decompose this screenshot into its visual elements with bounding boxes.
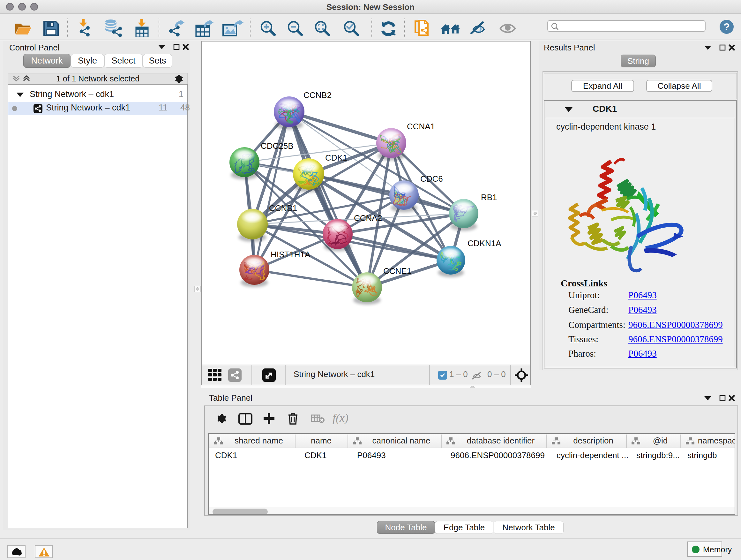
svg-text:HIST1H1A: HIST1H1A [271, 250, 311, 259]
svg-text:CDC6: CDC6 [420, 174, 443, 184]
svg-text:CCNB1: CCNB1 [269, 203, 297, 213]
svg-text:CDK1: CDK1 [325, 153, 347, 163]
svg-text:CCNA2: CCNA2 [354, 213, 382, 223]
svg-text:CCNB2: CCNB2 [304, 90, 332, 100]
svg-text:?: ? [724, 21, 730, 33]
svg-text:CDKN1A: CDKN1A [468, 239, 501, 248]
svg-text:RB1: RB1 [481, 192, 497, 202]
svg-text:CDC25B: CDC25B [261, 141, 293, 151]
svg-text:CCNE1: CCNE1 [383, 266, 411, 276]
svg-text:CCNA1: CCNA1 [407, 122, 435, 131]
